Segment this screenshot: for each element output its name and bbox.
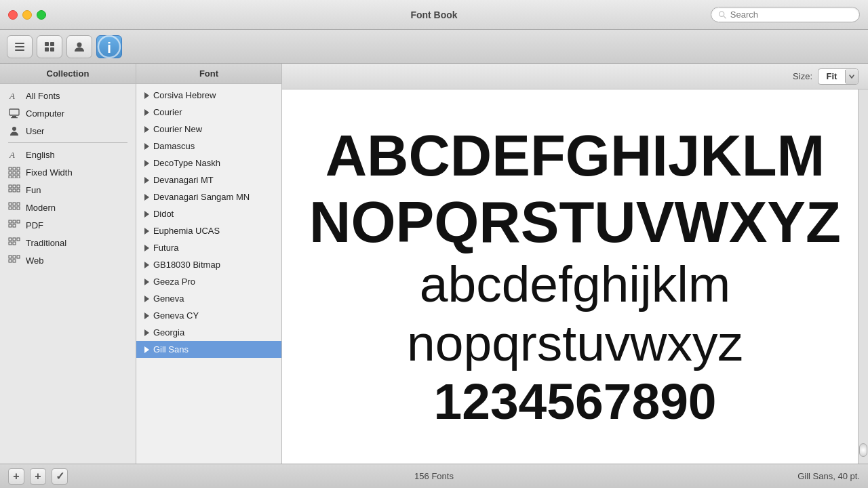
font-item-4[interactable]: DecoType Naskh [136, 155, 281, 171]
sidebar-item-fixed-width[interactable]: Fixed Width [0, 163, 136, 181]
svg-rect-31 [13, 189, 16, 192]
svg-rect-37 [13, 207, 16, 209]
preview-toolbar: Size: Fit [282, 64, 868, 89]
preview-line-lowercase1: abcdefghijklm [420, 255, 731, 313]
font-expand-triangle-15 [144, 346, 149, 353]
preview-line-lowercase2: nopqrstuvwxyz [407, 314, 743, 372]
font-item-9[interactable]: Futura [136, 239, 281, 256]
preview-scrollbar[interactable] [858, 89, 868, 464]
font-item-13[interactable]: Geneva CY [136, 307, 281, 324]
statusbar-left: + + ✓ [8, 468, 68, 485]
font-expand-triangle-13 [144, 312, 149, 319]
list-icon [14, 41, 26, 53]
validate-font-button[interactable]: ✓ [52, 468, 68, 485]
window-title: Font Book [410, 9, 457, 20]
sidebar-item-all-fonts[interactable]: A All Fonts [0, 87, 136, 104]
sidebar-item-pdf[interactable]: PDF [0, 216, 136, 234]
font-item-8[interactable]: Euphemia UCAS [136, 222, 281, 239]
svg-rect-2 [15, 43, 24, 44]
preview-line-uppercase2: NOPQRSTUVWXYZ [309, 189, 841, 256]
sidebar-item-modern[interactable]: Modern [0, 199, 136, 216]
font-expand-triangle-14 [144, 329, 149, 336]
sidebar-item-computer[interactable]: Computer [0, 104, 136, 122]
maximize-button[interactable] [37, 10, 46, 20]
svg-rect-38 [17, 207, 20, 209]
font-name-6: Devanagari Sangam MN [153, 192, 250, 202]
font-item-0[interactable]: Corsiva Hebrew [136, 87, 281, 104]
svg-rect-29 [17, 185, 20, 188]
web-icon [8, 254, 20, 266]
svg-rect-4 [15, 49, 24, 51]
add-collection-button[interactable]: + [8, 468, 24, 485]
svg-rect-25 [13, 176, 16, 178]
svg-rect-28 [13, 185, 16, 188]
size-label: Size: [793, 71, 812, 81]
add-font-button[interactable]: + [30, 468, 46, 485]
svg-text:A: A [9, 150, 15, 160]
titlebar-right [711, 7, 860, 22]
svg-rect-13 [9, 109, 19, 115]
grid-icon [43, 41, 56, 53]
info-icon: i [97, 35, 121, 59]
font-item-2[interactable]: Courier New [136, 121, 281, 138]
scrollbar-thumb[interactable] [859, 443, 867, 457]
minimize-button[interactable] [22, 10, 32, 20]
svg-rect-5 [45, 42, 49, 46]
svg-rect-19 [13, 167, 16, 170]
font-expand-triangle-12 [144, 296, 149, 302]
info-button[interactable]: i [96, 35, 122, 58]
search-input[interactable] [730, 9, 852, 20]
font-name-7: Didot [153, 209, 174, 219]
svg-text:A: A [9, 91, 15, 101]
svg-text:i: i [107, 39, 111, 56]
close-button[interactable] [8, 10, 18, 20]
traffic-lights [8, 10, 46, 20]
font-count: 156 Fonts [414, 471, 454, 481]
grid-view-button[interactable] [37, 35, 62, 58]
font-name-11: Geeza Pro [153, 277, 195, 287]
preview-line-numbers: 1234567890 [433, 372, 716, 430]
collection-list: A All Fonts Computer User [0, 84, 136, 464]
font-panel: Font Corsiva Hebrew Courier Courier New … [136, 64, 282, 464]
svg-rect-35 [17, 203, 20, 205]
search-box[interactable] [711, 7, 860, 22]
svg-rect-34 [13, 203, 16, 205]
font-item-14[interactable]: Georgia [136, 324, 281, 341]
svg-rect-23 [17, 171, 20, 174]
list-view-button[interactable] [7, 35, 33, 58]
font-expand-triangle-8 [144, 228, 149, 235]
all-fonts-icon: A [8, 89, 20, 102]
user-view-button[interactable] [66, 35, 92, 58]
svg-rect-7 [45, 47, 49, 52]
font-item-10[interactable]: GB18030 Bitmap [136, 256, 281, 273]
sidebar-item-user[interactable]: User [0, 122, 136, 140]
size-dropdown-arrow[interactable] [846, 69, 858, 84]
svg-rect-18 [9, 167, 12, 170]
font-item-12[interactable]: Geneva [136, 290, 281, 307]
font-item-1[interactable]: Courier [136, 104, 281, 121]
svg-rect-50 [13, 256, 16, 258]
font-item-3[interactable]: Damascus [136, 138, 281, 155]
sidebar-item-web[interactable]: Web [0, 251, 136, 269]
fun-icon [8, 184, 20, 196]
selected-font-info: Gill Sans, 40 pt. [797, 471, 860, 481]
font-item-7[interactable]: Didot [136, 205, 281, 222]
sidebar-item-traditional[interactable]: Traditional [0, 234, 136, 251]
sidebar-item-english[interactable]: A English [0, 146, 136, 163]
size-control[interactable]: Fit [818, 68, 859, 85]
font-panel-header: Font [136, 64, 281, 84]
svg-rect-21 [9, 171, 12, 174]
svg-rect-30 [9, 189, 12, 192]
font-item-6[interactable]: Devanagari Sangam MN [136, 188, 281, 205]
font-expand-triangle-2 [144, 126, 149, 133]
font-expand-triangle-3 [144, 143, 149, 150]
font-item-15[interactable]: Gill Sans [136, 341, 281, 358]
font-item-5[interactable]: Devanagari MT [136, 171, 281, 188]
sidebar-item-fun[interactable]: Fun [0, 181, 136, 199]
svg-rect-53 [13, 260, 16, 262]
font-name-12: Geneva [153, 293, 184, 304]
font-item-11[interactable]: Geeza Pro [136, 273, 281, 290]
svg-rect-22 [13, 171, 16, 174]
font-name-2: Courier New [153, 124, 202, 134]
svg-rect-40 [13, 220, 16, 223]
